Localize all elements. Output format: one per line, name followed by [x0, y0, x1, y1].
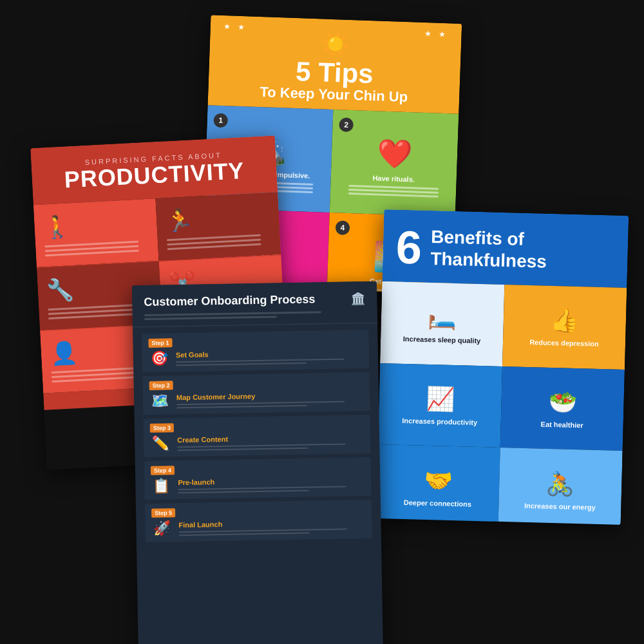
onb-step-title-4: Pre-launch	[178, 475, 365, 486]
onb-icon-1: 🎯	[149, 350, 169, 367]
prod-tools-icon: 🔧	[46, 276, 75, 303]
onb-icon-2: 🗺️	[149, 392, 170, 410]
thank-title: Benefits of Thankfulness	[430, 226, 616, 274]
onb-badge-2: Step 2	[149, 381, 173, 390]
prod-person-icon: 👤	[50, 339, 78, 366]
onb-icon-4: 📋	[151, 477, 171, 495]
thank-cell-energy: 🚴 Increases our energy	[498, 448, 622, 525]
tips-header: ★ ★ ★ ★ ☀️ 5 Tips To Keep Your Chin Up	[208, 15, 462, 114]
onb-step-3: Step 3 ✏️ Create Content	[144, 415, 371, 457]
onb-step-title-3: Create Content	[177, 433, 364, 444]
thank-cell-depression: 👍 Reduces depression	[502, 285, 627, 370]
tips-cell-2: 2 ❤️ Have rituals.	[330, 109, 459, 217]
thank-label-energy: Increases our energy	[524, 502, 596, 511]
thumbs-up-icon: 👍	[550, 307, 580, 334]
chart-icon: 📈	[426, 385, 455, 413]
onb-step-title-1: Set Goals	[176, 348, 363, 359]
thank-grid: 🛏️ Increases sleep quality 👍 Reduces dep…	[376, 281, 627, 525]
thank-cell-sleep: 🛏️ Increases sleep quality	[380, 281, 504, 366]
onb-step-title-2: Map Customer Journey	[176, 390, 363, 401]
tips-num-4: 4	[336, 220, 350, 235]
onb-title: Customer Onboarding Process	[144, 292, 365, 309]
prod-cell-1: 🚶	[33, 198, 159, 267]
prod-run-icon: 🏃	[165, 207, 193, 234]
thank-number: 6	[395, 224, 422, 271]
tips-sun-icon: ☀️	[321, 30, 350, 59]
thank-cell-productivity: 📈 Increases productivity	[378, 363, 502, 448]
onb-icon-3: ✏️	[150, 435, 171, 452]
onb-badge-5: Step 5	[151, 508, 175, 518]
tips-stars-left: ★ ★	[223, 22, 248, 32]
prod-cell-2: 🏃	[156, 192, 281, 261]
tips-stars-right: ★ ★	[424, 29, 449, 39]
onb-badge-4: Step 4	[151, 466, 175, 475]
onb-step-2: Step 2 🗺️ Map Customer Journey	[142, 372, 370, 415]
thank-cell-connections: 🤝 Deeper connections	[376, 444, 500, 525]
tips-num-1: 1	[213, 113, 228, 128]
thank-label-connections: Deeper connections	[404, 498, 471, 508]
handshake-icon: 🤝	[423, 467, 453, 495]
tips-heart-icon: ❤️	[376, 137, 413, 171]
thank-label-eat: Eat healthier	[541, 421, 583, 430]
thank-label-depression: Reduces depression	[529, 338, 599, 348]
onb-step-1: Step 1 🎯 Set Goals	[142, 330, 369, 372]
onb-badge-1: Step 1	[148, 338, 172, 348]
onb-steps: Step 1 🎯 Set Goals Step 2 🗺️	[133, 323, 381, 549]
thank-cell-eat: 🥗 Eat healthier	[500, 366, 625, 451]
sleep-icon: 🛏️	[428, 303, 457, 331]
prod-walk-icon: 🚶	[43, 213, 71, 240]
onb-step-title-5: Final Launch	[178, 518, 365, 529]
onb-logo-icon: 🏛️	[351, 292, 365, 306]
tips-label-2: Have rituals.	[372, 174, 415, 183]
food-icon: 🥗	[548, 388, 578, 416]
onb-icon-5: 🚀	[151, 520, 172, 537]
tips-num-2: 2	[339, 117, 354, 132]
onb-step-5: Step 5 🚀 Final Launch	[145, 500, 372, 542]
card-thankfulness: 6 Benefits of Thankfulness 🛏️ Increases …	[376, 209, 629, 525]
onb-header: 🏛️ Customer Onboarding Process	[132, 281, 377, 328]
thank-label-sleep: Increases sleep quality	[403, 335, 481, 345]
bicycle-icon: 🚴	[545, 470, 575, 498]
onb-badge-3: Step 3	[150, 423, 174, 433]
thank-label-productivity: Increases productivity	[402, 417, 477, 426]
onb-step-4: Step 4 📋 Pre-launch	[144, 457, 372, 500]
thank-header: 6 Benefits of Thankfulness	[382, 209, 629, 288]
card-onboarding: 🏛️ Customer Onboarding Process Step 1 🎯 …	[132, 281, 383, 644]
